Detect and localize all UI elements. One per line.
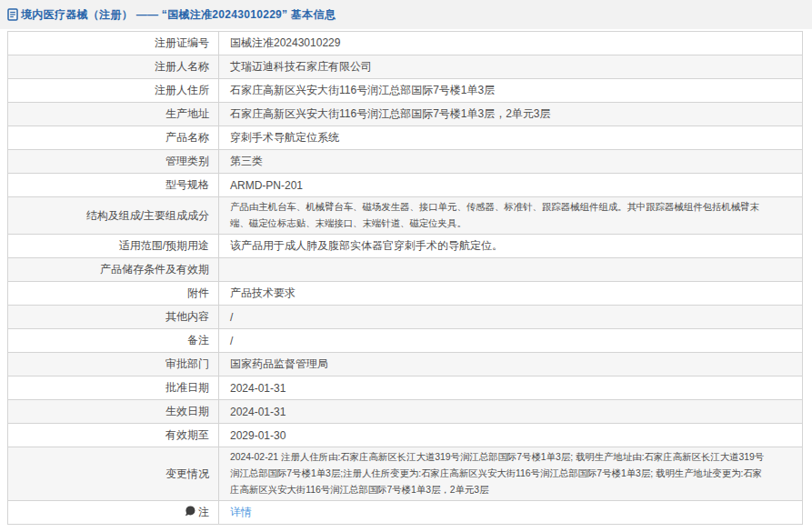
table-row: 型号规格 ARMD-PN-201 <box>8 174 803 197</box>
table-row: 适用范围/预期用途 该产品用于成人肺及腹部实体器官穿刺手术的导航定位。 <box>8 235 803 258</box>
table-row: 附件 产品技术要求 <box>8 282 803 306</box>
row-label-cell: 注册人住所 <box>8 79 219 103</box>
row-value: 产品由主机台车、机械臂台车、磁场发生器、接口单元、传感器、标准针、跟踪器械组件组… <box>219 197 803 235</box>
row-label: 适用范围/预期用途 <box>119 239 209 252</box>
row-label-cell: 型号规格 <box>8 174 219 197</box>
row-label-cell: 产品储存条件及有效期 <box>8 258 219 282</box>
row-label: 附件 <box>187 286 209 299</box>
row-label-cell: 审批部门 <box>8 353 219 376</box>
table-row: 其他内容 / <box>8 306 803 329</box>
row-label-cell: 注册证编号 <box>8 32 219 55</box>
row-label: 注 <box>198 506 209 518</box>
row-value: 国械注准20243010229 <box>219 32 803 55</box>
row-label-cell: 变更情况 <box>8 447 219 501</box>
row-value: 第三类 <box>219 150 803 174</box>
row-label: 生效日期 <box>165 405 209 417</box>
table-row: 生产地址 石家庄高新区兴安大街116号润江总部国际7号楼1单3层，2单元3层 <box>8 103 803 126</box>
row-value: 艾瑞迈迪科技石家庄有限公司 <box>219 55 803 79</box>
row-label: 产品名称 <box>165 131 209 144</box>
row-value: 详情 <box>219 501 803 525</box>
document-icon <box>7 8 18 21</box>
detail-link[interactable]: 详情 <box>230 506 252 518</box>
registration-info-table: 注册证编号 国械注准20243010229 注册人名称 艾瑞迈迪科技石家庄有限公… <box>7 31 803 525</box>
row-label: 有效期至 <box>165 428 209 441</box>
page-header: 境内医疗器械（注册） —— “国械注准20243010229” 基本信息 <box>0 0 812 29</box>
row-value: 产品技术要求 <box>219 282 803 306</box>
row-label-cell: 备注 <box>8 329 219 353</box>
table-row: 审批部门 国家药品监督管理局 <box>8 353 803 376</box>
table-row: 注册证编号 国械注准20243010229 <box>8 32 803 55</box>
row-value: 穿刺手术导航定位系统 <box>219 126 803 150</box>
row-value: 2029-01-30 <box>219 424 803 447</box>
table-row: 注 详情 <box>8 501 803 525</box>
row-label-cell: 有效期至 <box>8 424 219 447</box>
row-label: 产品储存条件及有效期 <box>100 263 209 276</box>
row-value: 2024-02-21 注册人住所由:石家庄高新区长江大道319号润江总部国际7号… <box>219 447 803 501</box>
row-label-cell: 产品名称 <box>8 126 219 150</box>
row-label: 型号规格 <box>165 178 209 191</box>
row-label: 注册人住所 <box>155 84 209 96</box>
row-label: 管理类别 <box>165 155 209 167</box>
table-row: 产品名称 穿刺手术导航定位系统 <box>8 126 803 150</box>
table-row: 管理类别 第三类 <box>8 150 803 174</box>
table-row: 结构及组成/主要组成成分 产品由主机台车、机械臂台车、磁场发生器、接口单元、传感… <box>8 197 803 235</box>
row-label-cell: 适用范围/预期用途 <box>8 235 219 258</box>
row-value: / <box>219 306 803 329</box>
row-label: 备注 <box>187 334 209 346</box>
row-value: 2024-01-31 <box>219 376 803 400</box>
row-label: 变更情况 <box>165 467 209 480</box>
row-label: 生产地址 <box>165 107 209 120</box>
row-value: 石家庄高新区兴安大街116号润江总部国际7号楼1单3层 <box>219 79 803 103</box>
row-label-cell: 生产地址 <box>8 103 219 126</box>
row-label-cell: 结构及组成/主要组成成分 <box>8 197 219 235</box>
row-label: 结构及组成/主要组成成分 <box>86 209 209 222</box>
row-label-cell: 注册人名称 <box>8 55 219 79</box>
row-label: 审批部门 <box>165 357 209 370</box>
table-row: 注册人住所 石家庄高新区兴安大街116号润江总部国际7号楼1单3层 <box>8 79 803 103</box>
row-value: ARMD-PN-201 <box>219 174 803 197</box>
row-label: 批准日期 <box>165 381 209 394</box>
table-row: 批准日期 2024-01-31 <box>8 376 803 400</box>
row-value <box>219 258 803 282</box>
row-label-cell: 管理类别 <box>8 150 219 174</box>
row-label-cell: 批准日期 <box>8 376 219 400</box>
row-value: 该产品用于成人肺及腹部实体器官穿刺手术的导航定位。 <box>219 235 803 258</box>
row-label-cell: 其他内容 <box>8 306 219 329</box>
table-row: 生效日期 2024-01-31 <box>8 400 803 424</box>
row-label: 注册证编号 <box>155 36 209 49</box>
row-value: / <box>219 329 803 353</box>
row-value: 2024-01-31 <box>219 400 803 424</box>
table-row: 产品储存条件及有效期 <box>8 258 803 282</box>
row-label: 注册人名称 <box>155 60 209 73</box>
table-row: 变更情况 2024-02-21 注册人住所由:石家庄高新区长江大道319号润江总… <box>8 447 803 501</box>
table-row: 有效期至 2029-01-30 <box>8 424 803 447</box>
registration-info-table-wrap: 注册证编号 国械注准20243010229 注册人名称 艾瑞迈迪科技石家庄有限公… <box>7 31 805 525</box>
row-label-cell: 附件 <box>8 282 219 306</box>
row-label-cell: 生效日期 <box>8 400 219 424</box>
page-title: 境内医疗器械（注册） —— “国械注准20243010229” 基本信息 <box>21 7 336 23</box>
row-label: 其他内容 <box>165 310 209 323</box>
row-label-cell: 注 <box>8 501 219 525</box>
table-row: 备注 / <box>8 329 803 353</box>
note-bubble-icon <box>185 506 195 519</box>
table-row: 注册人名称 艾瑞迈迪科技石家庄有限公司 <box>8 55 803 79</box>
row-value: 国家药品监督管理局 <box>219 353 803 376</box>
row-value: 石家庄高新区兴安大街116号润江总部国际7号楼1单3层，2单元3层 <box>219 103 803 126</box>
